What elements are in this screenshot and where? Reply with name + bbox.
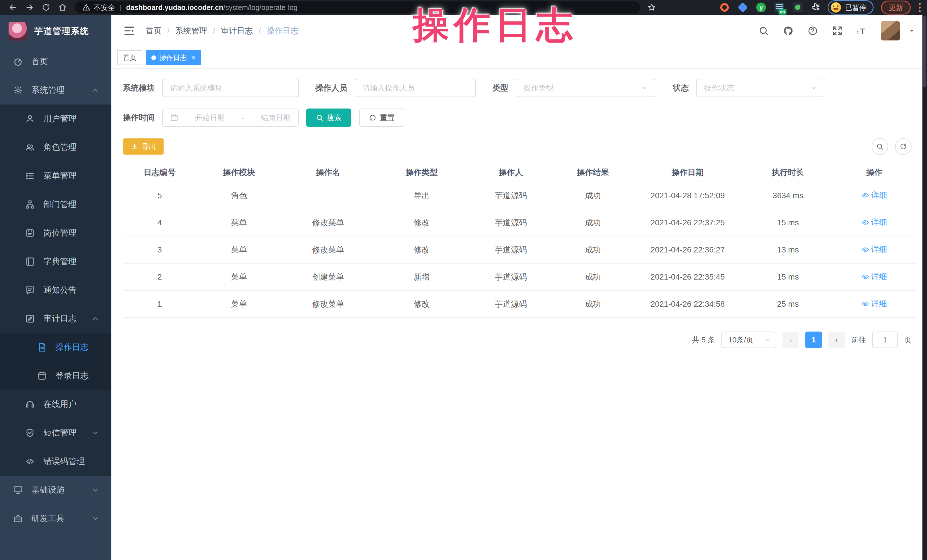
detail-link[interactable]: 详细 (862, 271, 887, 282)
sidebar-item-dev-tools[interactable]: 研发工具 (0, 504, 111, 533)
sidebar-item-home[interactable]: 首页 (0, 47, 111, 76)
help-icon[interactable] (807, 25, 819, 36)
sidebar-item-user-management[interactable]: 用户管理 (0, 105, 111, 133)
detail-link[interactable]: 详细 (862, 244, 887, 255)
app-logo-row[interactable]: 芋道管理系统 (0, 15, 111, 47)
browser-back-icon[interactable] (5, 1, 21, 14)
sidebar-item-error-code-management[interactable]: 错误码管理 (0, 447, 111, 476)
export-button[interactable]: 导出 (123, 138, 164, 155)
next-page-button[interactable]: › (828, 332, 845, 348)
breadcrumb-item[interactable]: 审计日志 (221, 26, 253, 36)
sidebar-item-notice[interactable]: 通知公告 (0, 276, 111, 304)
ext-green-y-icon[interactable]: y (756, 2, 766, 13)
sidebar-item-system-management[interactable]: 系统管理 (0, 76, 111, 105)
org-tree-icon (25, 200, 35, 209)
extensions-puzzle-icon[interactable] (810, 3, 820, 12)
pagination-total: 共 5 条 (692, 335, 715, 345)
breadcrumb-item[interactable]: 系统管理 (175, 26, 207, 36)
sidebar-item-infrastructure[interactable]: 基础设施 (0, 476, 111, 504)
breadcrumb-separator: / (259, 26, 261, 35)
gear-icon (13, 85, 23, 95)
briefcase-icon (13, 514, 23, 524)
tab-首页[interactable]: 首页 (117, 50, 142, 65)
date-range-picker[interactable]: 开始日期 - 结束日期 (162, 109, 299, 127)
sidebar-item-label: 错误码管理 (43, 456, 85, 467)
browser-home-icon[interactable] (54, 1, 71, 14)
sidebar-item-audit-log[interactable]: 审计日志 (0, 304, 111, 333)
security-label[interactable]: 不安全 (94, 3, 115, 12)
detail-link[interactable]: 详细 (862, 190, 887, 201)
module-label: 系统模块 (123, 82, 155, 93)
menu-list-icon (25, 171, 35, 181)
user-icon (25, 114, 35, 124)
avatar-caret-down-icon[interactable] (908, 27, 916, 35)
filter-time: 操作时间 开始日期 - 结束日期 (123, 109, 299, 127)
reset-button[interactable]: 重置 (359, 109, 404, 127)
code-icon (25, 457, 35, 466)
close-icon[interactable]: × (191, 54, 196, 61)
sidebar-item-dept-management[interactable]: 部门管理 (0, 190, 111, 219)
fullscreen-icon[interactable] (831, 25, 843, 36)
detail-label: 详细 (871, 244, 887, 255)
operator-input[interactable] (363, 83, 468, 93)
goto-page-input[interactable] (872, 332, 898, 348)
column-header: 操作类型 (375, 167, 469, 178)
calendar-log-icon (37, 371, 47, 381)
eye-icon (862, 191, 869, 199)
detail-link[interactable]: 详细 (862, 217, 887, 228)
page-number-button[interactable]: 1 (805, 332, 822, 348)
profile-paused-badge[interactable]: 已暂停 (828, 0, 874, 15)
table-row: 4菜单修改菜单修改芋道源码成功2021-04-26 22:37:2515 ms详… (123, 209, 916, 237)
column-header: 操作 (833, 167, 916, 178)
user-avatar[interactable] (881, 21, 900, 41)
cell-type: 修改 (375, 244, 469, 255)
tab-操作日志[interactable]: 操作日志× (146, 50, 201, 65)
sidebar-item-dict-management[interactable]: 字典管理 (0, 247, 111, 276)
module-input[interactable] (170, 83, 291, 93)
column-header: 操作模块 (196, 167, 281, 178)
font-size-icon[interactable]: tT (856, 25, 868, 36)
github-icon[interactable] (783, 25, 794, 36)
table-row: 3菜单修改菜单修改芋道源码成功2021-04-26 22:36:2713 ms详… (123, 237, 916, 264)
search-icon[interactable] (758, 25, 769, 36)
browser-menu-icon[interactable] (919, 3, 921, 12)
page-size-select[interactable]: 10条/页 (721, 332, 776, 348)
ext-on-badge-icon[interactable]: on (774, 2, 785, 13)
sidebar-item-online-user[interactable]: 在线用户 (0, 390, 111, 419)
toggle-search-button[interactable] (872, 138, 888, 155)
sidebar-item-login-log[interactable]: 登录日志 (0, 361, 111, 390)
ext-orange-ring-icon[interactable] (719, 2, 730, 13)
ext-leaf-icon[interactable] (792, 2, 803, 13)
sidebar-item-operate-log[interactable]: 操作日志 (0, 333, 111, 361)
annotation-operate-log: 操作日志 (413, 1, 577, 50)
edit-log-icon (25, 314, 35, 323)
sidebar-item-role-management[interactable]: 角色管理 (0, 133, 111, 162)
ext-blue-gem-icon[interactable] (737, 2, 748, 13)
type-select[interactable]: 操作类型 (516, 79, 656, 97)
browser-update-button[interactable]: 更新 (881, 1, 911, 15)
breadcrumb-separator: / (213, 26, 215, 35)
browser-reload-icon[interactable] (38, 1, 54, 14)
breadcrumb-item[interactable]: 首页 (146, 26, 162, 36)
sidebar-item-post-management[interactable]: 岗位管理 (0, 219, 111, 247)
type-placeholder: 操作类型 (524, 83, 553, 93)
sidebar-fold-icon[interactable] (123, 24, 135, 37)
search-button[interactable]: 搜索 (306, 109, 351, 127)
cell-date: 2021-04-26 22:37:25 (632, 218, 743, 227)
refresh-button[interactable] (895, 138, 912, 155)
insecure-warning-icon (82, 3, 90, 11)
browser-scrollbar[interactable] (922, 15, 927, 560)
sidebar-item-menu-management[interactable]: 菜单管理 (0, 162, 111, 190)
toolbar-right (872, 138, 912, 155)
bookmark-star-icon[interactable] (646, 1, 658, 14)
status-select[interactable]: 操作状态 (696, 79, 825, 97)
sidebar-item-sms-management[interactable]: 短信管理 (0, 419, 111, 447)
detail-link[interactable]: 详细 (862, 298, 887, 309)
scrollbar-thumb[interactable] (923, 16, 926, 87)
cell-module: 菜单 (196, 299, 281, 310)
prev-page-button[interactable]: ‹ (783, 332, 799, 348)
browser-forward-icon[interactable] (21, 1, 38, 14)
table-row: 5角色导出芋道源码成功2021-04-28 17:52:093634 ms详细 (123, 182, 916, 209)
module-input-box (162, 79, 299, 97)
svg-text:T: T (860, 27, 865, 36)
